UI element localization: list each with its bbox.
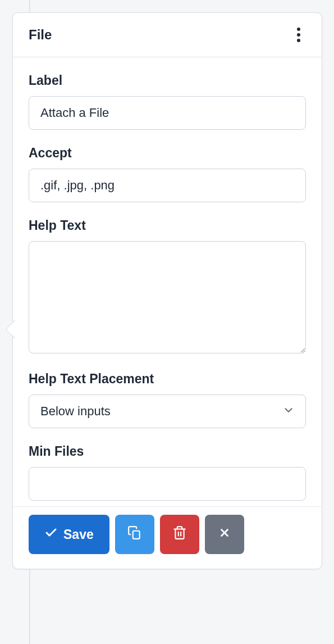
- panel-footer: Save: [13, 506, 322, 569]
- help-text-field-group: Help Text: [29, 218, 306, 356]
- panel-title: File: [29, 27, 52, 43]
- min-files-input[interactable]: [29, 467, 306, 501]
- file-settings-panel: File Label Accept Help Text Help Text Pl…: [12, 12, 322, 569]
- delete-button[interactable]: [160, 515, 199, 554]
- label-field-label: Label: [29, 73, 306, 88]
- help-text-placement-select-wrapper: Below inputs: [29, 394, 306, 428]
- help-text-placement-field-group: Help Text Placement Below inputs: [29, 371, 306, 428]
- help-text-placement-field-label: Help Text Placement: [29, 371, 306, 387]
- trash-icon: [172, 525, 187, 543]
- copy-button[interactable]: [115, 515, 154, 554]
- panel-header: File: [13, 13, 322, 57]
- svg-rect-0: [132, 531, 139, 539]
- accept-input[interactable]: [29, 169, 306, 202]
- accept-field-label: Accept: [29, 146, 306, 161]
- help-text-input[interactable]: [29, 241, 306, 353]
- close-button[interactable]: [205, 515, 244, 554]
- close-icon: [218, 527, 231, 542]
- label-input[interactable]: [29, 96, 306, 130]
- copy-icon: [127, 525, 142, 543]
- help-text-field-label: Help Text: [29, 218, 306, 233]
- check-icon: [44, 526, 58, 543]
- min-files-field-label: Min Files: [29, 444, 306, 459]
- accept-field-group: Accept: [29, 146, 306, 202]
- min-files-field-group: Min Files: [29, 444, 306, 501]
- panel-body: Label Accept Help Text Help Text Placeme…: [13, 57, 322, 501]
- save-button[interactable]: Save: [29, 515, 109, 554]
- more-options-icon[interactable]: [291, 24, 306, 46]
- help-text-placement-select[interactable]: Below inputs: [29, 394, 306, 428]
- panel-arrow-notch: [5, 319, 15, 339]
- save-button-label: Save: [63, 527, 94, 542]
- label-field-group: Label: [29, 73, 306, 130]
